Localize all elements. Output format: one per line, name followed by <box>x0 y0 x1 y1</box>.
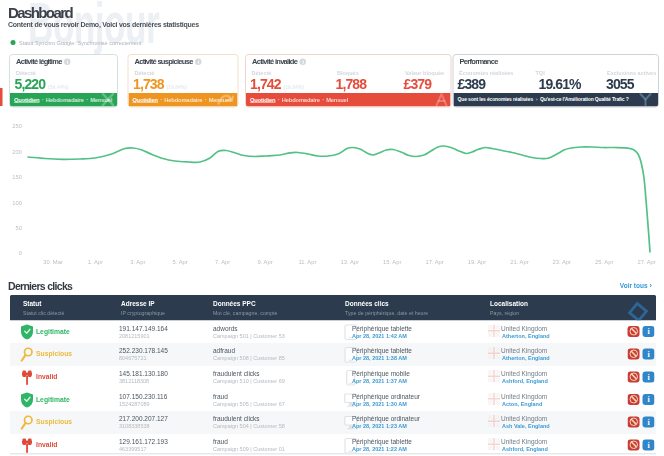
svg-text:27. Apr: 27. Apr <box>637 259 655 265</box>
svg-text:3. Apr: 3. Apr <box>130 259 145 265</box>
svg-text:19. Apr: 19. Apr <box>468 259 486 265</box>
svg-text:50: 50 <box>16 225 22 231</box>
svg-text:21. Apr: 21. Apr <box>510 259 528 265</box>
svg-text:5. Apr: 5. Apr <box>173 259 188 265</box>
svg-text:150: 150 <box>12 174 22 180</box>
svg-text:9. Apr: 9. Apr <box>257 259 272 265</box>
svg-text:15. Apr: 15. Apr <box>383 259 401 265</box>
svg-text:30. Mar: 30. Mar <box>43 259 63 265</box>
svg-text:23. Apr: 23. Apr <box>553 259 571 265</box>
svg-text:1. Apr: 1. Apr <box>88 259 103 265</box>
svg-text:200: 200 <box>12 149 22 155</box>
svg-text:13. Apr: 13. Apr <box>341 259 359 265</box>
svg-text:250: 250 <box>12 123 22 129</box>
svg-text:7. Apr: 7. Apr <box>215 259 230 265</box>
svg-text:100: 100 <box>12 200 22 206</box>
svg-text:0: 0 <box>19 250 22 256</box>
svg-text:11. Apr: 11. Apr <box>298 259 316 265</box>
svg-text:17. Apr: 17. Apr <box>425 259 443 265</box>
svg-text:25. Apr: 25. Apr <box>595 259 613 265</box>
